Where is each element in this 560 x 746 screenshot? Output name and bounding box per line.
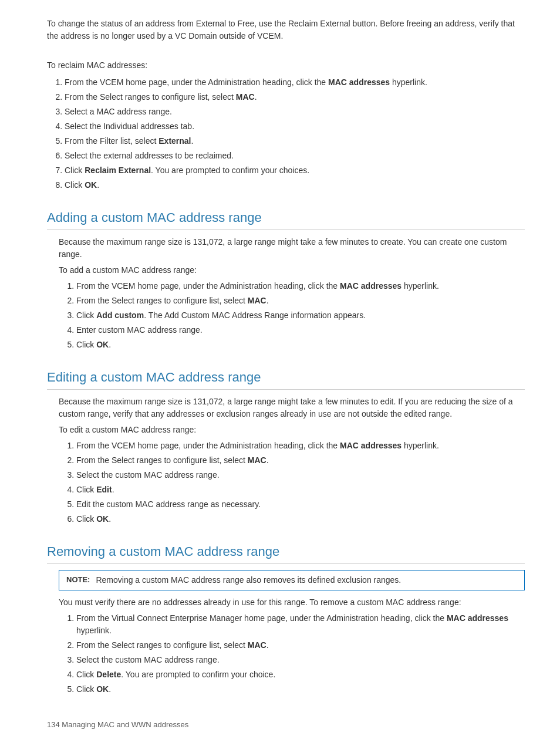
section-add-step-3: Click Add custom. The Add Custom MAC Add… <box>76 309 525 322</box>
footer-text: 134 Managing MAC and WWN addresses <box>47 720 188 729</box>
page-footer: 134 Managing MAC and WWN addresses <box>47 719 525 731</box>
section-edit-steps: From the VCEM home page, under the Admin… <box>76 440 525 525</box>
section-remove-step-5: Click OK. <box>76 683 525 696</box>
edit-step2-bold: MAC <box>248 455 266 465</box>
intro-step-4: Select the Individual addresses tab. <box>65 120 525 133</box>
note-box: NOTE: Removing a custom MAC address rang… <box>59 570 525 590</box>
edit-step6-bold: OK <box>96 514 109 524</box>
section-edit-step-4: Click Edit. <box>76 484 525 496</box>
section-remove-step-1: From the Virtual Connect Enterprise Mana… <box>76 612 525 637</box>
section-add-para2: To add a custom MAC address range: <box>59 264 525 276</box>
section-remove-steps: From the Virtual Connect Enterprise Mana… <box>76 612 525 696</box>
section-add-step-1: From the VCEM home page, under the Admin… <box>76 280 525 292</box>
add-step3-bold: Add custom <box>96 310 144 320</box>
intro-step-2: From the Select ranges to configure list… <box>65 91 525 103</box>
section-add-step-5: Click OK. <box>76 339 525 351</box>
section-edit-body: Because the maximum range size is 131,07… <box>59 396 525 525</box>
section-edit-step-2: From the Select ranges to configure list… <box>76 454 525 467</box>
section-add-step-4: Enter custom MAC address range. <box>76 324 525 336</box>
add-step1-bold: MAC addresses <box>340 281 402 291</box>
section-remove-body: NOTE: Removing a custom MAC address rang… <box>59 570 525 696</box>
intro-step8-bold: OK <box>85 180 97 190</box>
section-add-body: Because the maximum range size is 131,07… <box>59 236 525 351</box>
remove-step4-bold: Delete <box>96 670 121 679</box>
add-step2-bold: MAC <box>248 296 266 305</box>
note-text: Removing a custom MAC address range also… <box>96 574 401 586</box>
intro-step-7: Click Reclaim External. You are prompted… <box>65 164 525 177</box>
remove-step5-bold: OK <box>96 684 109 694</box>
intro-para1: To change the status of an address from … <box>47 18 525 42</box>
intro-steps-list: From the VCEM home page, under the Admin… <box>65 76 525 191</box>
intro-para2: To reclaim MAC addresses: <box>47 59 525 72</box>
remove-step2-bold: MAC <box>248 640 266 650</box>
intro-step-3: Select a MAC address range. <box>65 106 525 118</box>
section-edit-heading: Editing a custom MAC address range <box>47 367 525 390</box>
section-edit-para1: Because the maximum range size is 131,07… <box>59 396 525 420</box>
section-remove-step-3: Select the custom MAC address range. <box>76 654 525 666</box>
intro-step5-bold: External <box>158 136 191 146</box>
intro-step1-bold: MAC addresses <box>328 77 390 87</box>
intro-step-1: From the VCEM home page, under the Admin… <box>65 76 525 89</box>
section-add-step-2: From the Select ranges to configure list… <box>76 295 525 307</box>
section-remove-step-2: From the Select ranges to configure list… <box>76 639 525 652</box>
section-add-heading: Adding a custom MAC address range <box>47 208 525 230</box>
section-add-steps: From the VCEM home page, under the Admin… <box>76 280 525 351</box>
intro-step-5: From the Filter list, select External. <box>65 135 525 147</box>
intro-step7-bold: Reclaim External <box>85 166 151 175</box>
section-add-para1: Because the maximum range size is 131,07… <box>59 236 525 261</box>
remove-step1-bold: MAC addresses <box>447 613 508 623</box>
section-remove-heading: Removing a custom MAC address range <box>47 542 525 564</box>
note-label: NOTE: <box>66 574 90 586</box>
intro-step-6: Select the external addresses to be recl… <box>65 150 525 162</box>
intro-step2-bold: MAC <box>236 92 255 102</box>
section-remove-para1: You must verify there are no addresses a… <box>59 596 525 609</box>
edit-step1-bold: MAC addresses <box>340 441 402 450</box>
section-edit-step-3: Select the custom MAC address range. <box>76 469 525 481</box>
intro-step-8: Click OK. <box>65 179 525 191</box>
edit-step4-bold: Edit <box>96 485 112 494</box>
section-edit-step-1: From the VCEM home page, under the Admin… <box>76 440 525 452</box>
section-edit-step-6: Click OK. <box>76 513 525 525</box>
section-edit-step-5: Edit the custom MAC address range as nec… <box>76 498 525 511</box>
section-remove-step-4: Click Delete. You are prompted to confir… <box>76 669 525 681</box>
section-edit-para2: To edit a custom MAC address range: <box>59 424 525 436</box>
add-step5-bold: OK <box>96 340 109 349</box>
